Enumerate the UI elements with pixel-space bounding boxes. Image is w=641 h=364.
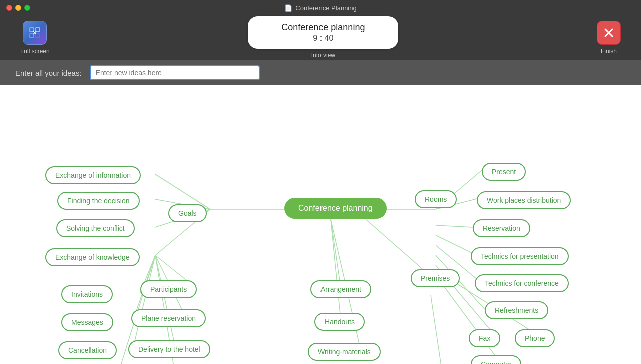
exchange-info-node[interactable]: Exchange of information (45, 166, 141, 184)
maximize-button[interactable] (24, 5, 30, 11)
svg-rect-1 (36, 28, 40, 32)
window-title: 📄 Conference Planning (284, 4, 356, 12)
computer-node[interactable]: Computer (471, 355, 521, 364)
rooms-node[interactable]: Rooms (415, 190, 457, 208)
fax-node[interactable]: Fax (469, 329, 500, 347)
fullscreen-toolbar-item[interactable]: Full screen (20, 21, 50, 55)
phone-node[interactable]: Phone (515, 329, 555, 347)
work-places-node[interactable]: Work places distribution (477, 191, 571, 209)
close-button[interactable] (6, 5, 12, 11)
title-bar: 📄 Conference Planning (0, 0, 641, 15)
finish-toolbar-item[interactable]: Finish (597, 21, 621, 55)
svg-line-16 (133, 255, 155, 349)
delivery-hotel-node[interactable]: Delivery to the hotel (128, 340, 210, 358)
toolbar: Full screen Conference planning 9 : 40 I… (0, 15, 641, 60)
reservation-node[interactable]: Reservation (473, 219, 530, 237)
document-icon: 📄 (284, 4, 292, 12)
technics-conference-node[interactable]: Technics for conference (475, 274, 569, 292)
present-node[interactable]: Present (482, 163, 526, 181)
plane-reservation-node[interactable]: Plane reservation (131, 309, 206, 327)
info-view-label: Info view (311, 52, 335, 59)
svg-line-25 (436, 235, 477, 255)
exchange-knowledge-node[interactable]: Exchange of knowledge (45, 248, 140, 266)
ideas-input[interactable] (90, 65, 260, 80)
handouts-node[interactable]: Handouts (314, 313, 365, 331)
finish-label: Finish (601, 48, 617, 55)
messages-node[interactable]: Messages (61, 313, 113, 331)
info-pill-time: 9 : 40 (268, 34, 378, 43)
fullscreen-icon (28, 26, 42, 40)
ideas-bar: Enter all your ideas: (0, 60, 641, 85)
svg-rect-3 (36, 34, 40, 38)
writing-materials-node[interactable]: Writing-materials (308, 343, 381, 361)
finding-decision-node[interactable]: Finding the decision (57, 192, 140, 210)
invitations-node[interactable]: Invitations (61, 285, 113, 303)
mind-map-canvas: Conference planning Exchange of informat… (0, 85, 641, 364)
info-view-center: Conference planning 9 : 40 Info view (248, 16, 398, 59)
svg-line-32 (331, 219, 341, 287)
svg-rect-0 (30, 28, 34, 32)
arrangement-node[interactable]: Arrangement (310, 280, 371, 298)
center-node[interactable]: Conference planning (284, 198, 387, 219)
traffic-lights (6, 5, 30, 11)
goals-node[interactable]: Goals (168, 204, 207, 222)
ideas-label: Enter all your ideas: (15, 69, 82, 77)
finish-icon (603, 27, 614, 38)
svg-rect-2 (30, 34, 34, 38)
fullscreen-button[interactable] (23, 21, 47, 45)
participants-node[interactable]: Participants (140, 280, 197, 298)
svg-line-24 (436, 225, 473, 227)
refreshments-node[interactable]: Refreshments (485, 301, 548, 319)
svg-line-17 (155, 255, 175, 347)
technics-presentation-node[interactable]: Technics for presentation (471, 247, 569, 265)
solving-conflict-node[interactable]: Solving the conflict (56, 219, 135, 237)
svg-line-35 (431, 295, 443, 364)
svg-line-31 (366, 219, 431, 276)
minimize-button[interactable] (15, 5, 21, 11)
premises-node[interactable]: Premises (411, 269, 460, 287)
cancellation-node[interactable]: Cancellation (58, 341, 117, 359)
info-pill-title: Conference planning (268, 22, 378, 33)
finish-button[interactable] (597, 21, 621, 45)
info-pill: Conference planning 9 : 40 (248, 16, 398, 49)
fullscreen-label: Full screen (20, 48, 50, 55)
svg-line-33 (331, 219, 341, 319)
